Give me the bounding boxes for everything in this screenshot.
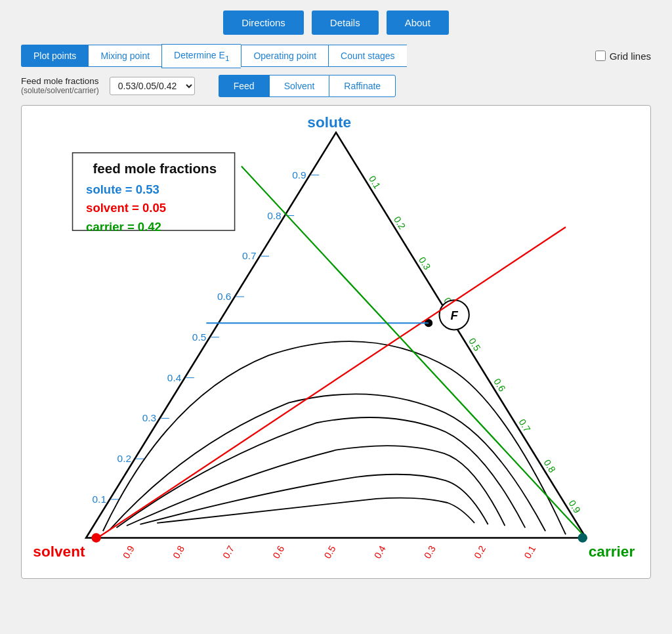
- svg-text:0.6: 0.6: [492, 377, 507, 393]
- svg-text:0.5: 0.5: [467, 336, 482, 352]
- svg-text:0.1: 0.1: [522, 543, 537, 560]
- tab-operating-point[interactable]: Operating point: [241, 45, 328, 67]
- svg-text:0.8: 0.8: [541, 457, 557, 474]
- binodal-curves: [103, 341, 566, 534]
- svg-text:0.7: 0.7: [220, 543, 236, 560]
- carrier-point: [578, 533, 587, 542]
- feed-row: Feed mole fractions (solute/solvent/carr…: [21, 75, 651, 97]
- corner-label-solvent: solvent: [33, 543, 85, 560]
- legend-carrier: carrier = 0.42: [86, 220, 161, 234]
- svg-text:0.7: 0.7: [242, 250, 256, 261]
- svg-text:0.2: 0.2: [117, 453, 131, 464]
- ternary-chart: feed mole fractions solute = 0.53 solven…: [28, 112, 644, 572]
- svg-text:0.9: 0.9: [292, 169, 306, 180]
- grid-lines-label: Grid lines: [610, 51, 651, 62]
- about-button[interactable]: About: [387, 11, 449, 35]
- svg-text:0.8: 0.8: [171, 543, 186, 560]
- feed-btn-raffinate[interactable]: Raffinate: [329, 75, 396, 97]
- feed-label-line1: Feed mole fractions: [21, 76, 99, 86]
- bottom-axis: 0.9 0.8 0.7 0.6 0.5 0.4 0.3 0.2 0.1: [121, 543, 537, 560]
- legend-title: feed mole fractions: [93, 160, 217, 175]
- tab-count-stages[interactable]: Count stages: [328, 45, 407, 67]
- feed-btn-solvent[interactable]: Solvent: [269, 75, 329, 97]
- tab-determine-e1[interactable]: Determine E1: [161, 44, 241, 68]
- f-label: F: [450, 308, 458, 322]
- green-line: [242, 166, 586, 538]
- svg-text:0.1: 0.1: [367, 174, 383, 190]
- svg-text:0.9: 0.9: [121, 543, 136, 560]
- chart-container: feed mole fractions solute = 0.53 solven…: [21, 105, 651, 579]
- solvent-point: [91, 533, 100, 542]
- grid-lines-control: Grid lines: [595, 51, 651, 62]
- grid-lines-checkbox[interactable]: [595, 51, 606, 61]
- svg-text:0.7: 0.7: [516, 417, 532, 433]
- feed-label: Feed mole fractions (solute/solvent/carr…: [21, 76, 99, 95]
- svg-text:0.8: 0.8: [267, 209, 281, 221]
- corner-label-carrier: carrier: [589, 543, 635, 560]
- legend-solute: solute = 0.53: [86, 182, 159, 196]
- svg-text:0.6: 0.6: [217, 291, 231, 302]
- feed-button-group: Feed Solvent Raffinate: [219, 75, 396, 97]
- top-navigation: Directions Details About: [223, 11, 449, 35]
- tabs-row: Plot points Mixing point Determine E1 Op…: [21, 44, 651, 68]
- feed-btn-feed[interactable]: Feed: [219, 75, 269, 97]
- svg-text:0.3: 0.3: [142, 412, 156, 423]
- legend-solvent: solvent = 0.05: [86, 201, 166, 215]
- svg-text:0.4: 0.4: [167, 372, 182, 383]
- svg-text:0.9: 0.9: [567, 498, 583, 515]
- svg-text:0.3: 0.3: [422, 543, 438, 560]
- svg-text:0.3: 0.3: [417, 255, 432, 271]
- tab-plot-points[interactable]: Plot points: [21, 45, 88, 67]
- feed-label-line2: (solute/solvent/carrier): [21, 86, 99, 95]
- svg-text:0.5: 0.5: [192, 331, 206, 343]
- svg-text:0.2: 0.2: [392, 215, 408, 231]
- tab-mixing-point[interactable]: Mixing point: [88, 45, 161, 67]
- right-axis: 0.1 0.2 0.3 0.4 0.5 0.6 0.7 0.8 0.9: [367, 174, 583, 515]
- directions-button[interactable]: Directions: [223, 11, 304, 35]
- feed-select[interactable]: 0.53/0.05/0.42: [110, 77, 195, 95]
- corner-label-solute: solute: [307, 114, 351, 130]
- svg-text:0.1: 0.1: [93, 494, 106, 505]
- svg-text:0.5: 0.5: [322, 543, 338, 560]
- details-button[interactable]: Details: [312, 11, 379, 35]
- svg-text:0.2: 0.2: [472, 543, 488, 560]
- svg-text:0.6: 0.6: [270, 543, 286, 560]
- svg-text:0.4: 0.4: [372, 543, 388, 560]
